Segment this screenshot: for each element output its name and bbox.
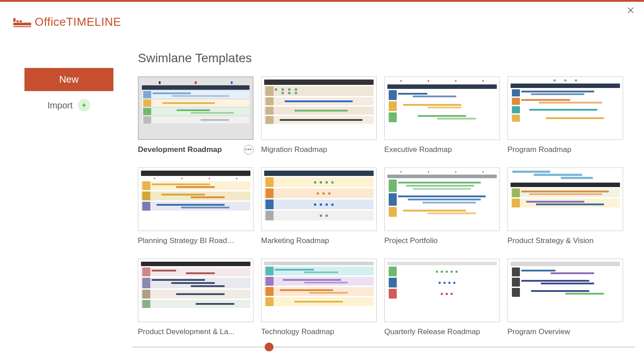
template-label: Product Strategy & Vision bbox=[507, 236, 593, 245]
main-panel: Swimlane Templates Development Roadmap••… bbox=[138, 51, 644, 337]
template-label-row: Program Roadmap••• bbox=[507, 144, 623, 155]
app-logo-icon bbox=[13, 16, 31, 29]
app-logo-text: OfficeTIMELINE bbox=[35, 15, 121, 29]
template-label: Technology Roadmap bbox=[261, 327, 334, 336]
template-card[interactable]: Program Roadmap••• bbox=[507, 76, 623, 155]
close-icon bbox=[628, 7, 634, 15]
template-card[interactable]: ▼▼▼▼ Project Portfolio••• bbox=[384, 168, 500, 246]
template-label-row: Migration Roadmap••• bbox=[261, 144, 377, 155]
template-card[interactable]: Program Overview••• bbox=[507, 259, 623, 337]
template-label: Migration Roadmap bbox=[261, 145, 327, 154]
template-card[interactable]: ▼▼▼▼ Executive Roadmap••• bbox=[384, 76, 500, 155]
template-card[interactable]: Migration Roadmap••• bbox=[261, 76, 377, 155]
template-label: Planning Strategy BI Roadm... bbox=[138, 236, 238, 245]
template-label-row: Technology Roadmap••• bbox=[261, 327, 377, 337]
new-button[interactable]: New bbox=[24, 68, 113, 91]
template-thumbnail bbox=[507, 259, 623, 322]
svg-rect-4 bbox=[16, 20, 19, 22]
template-label-row: Marketing Roadmap••• bbox=[261, 235, 377, 246]
page-title: Swimlane Templates bbox=[138, 51, 635, 65]
template-thumbnail: ▼▼▼▼ bbox=[384, 168, 500, 231]
template-thumbnail bbox=[384, 259, 500, 322]
template-card[interactable]: ▼▼▼▼ Planning Strategy BI Roadm...••• bbox=[138, 168, 254, 246]
close-button[interactable] bbox=[626, 7, 635, 16]
template-label: Program Overview bbox=[507, 327, 570, 336]
template-thumbnail bbox=[261, 259, 377, 322]
more-options-icon[interactable]: ••• bbox=[244, 145, 254, 155]
template-thumbnail bbox=[138, 76, 254, 140]
template-label-row: Product Strategy & Vision••• bbox=[507, 235, 623, 246]
template-card[interactable]: Development Roadmap••• bbox=[138, 76, 254, 155]
sidebar: New Import bbox=[0, 51, 138, 337]
template-thumbnail: ▼▼▼▼ bbox=[384, 76, 500, 140]
template-card[interactable]: Marketing Roadmap••• bbox=[261, 168, 377, 246]
brand-text-right: TIMELINE bbox=[66, 15, 121, 28]
template-thumbnail bbox=[261, 168, 377, 231]
template-card[interactable]: Technology Roadmap••• bbox=[261, 259, 377, 337]
template-thumbnail bbox=[261, 76, 377, 140]
lightning-icon bbox=[78, 99, 90, 112]
template-card[interactable]: Product Strategy & Vision••• bbox=[507, 168, 623, 246]
svg-rect-5 bbox=[20, 20, 22, 22]
template-label-row: Program Overview••• bbox=[507, 327, 623, 337]
template-label-row: Executive Roadmap••• bbox=[384, 144, 500, 155]
template-label: Program Roadmap bbox=[507, 145, 572, 154]
brand-text-left: Office bbox=[35, 15, 66, 28]
horizontal-scrollbar[interactable] bbox=[132, 346, 635, 348]
template-label-row: Development Roadmap••• bbox=[138, 144, 254, 155]
template-label-row: Quarterly Release Roadmap••• bbox=[384, 327, 500, 337]
template-thumbnail bbox=[138, 259, 254, 322]
template-label-row: Product Development & La...••• bbox=[138, 327, 254, 337]
import-button[interactable]: Import bbox=[48, 99, 91, 112]
template-grid: Development Roadmap••• Migration Roadmap… bbox=[138, 76, 635, 337]
template-label: Marketing Roadmap bbox=[261, 236, 329, 245]
template-card[interactable]: Quarterly Release Roadmap••• bbox=[384, 259, 500, 337]
template-label: Quarterly Release Roadmap bbox=[384, 327, 480, 336]
template-label: Development Roadmap bbox=[138, 145, 222, 154]
template-thumbnail bbox=[507, 168, 623, 231]
template-label: Executive Roadmap bbox=[384, 145, 452, 154]
template-thumbnail bbox=[507, 76, 623, 140]
template-label: Product Development & La... bbox=[138, 327, 234, 336]
template-thumbnail: ▼▼▼▼ bbox=[138, 168, 254, 231]
template-label-row: Project Portfolio••• bbox=[384, 235, 500, 246]
template-card[interactable]: Product Development & La...••• bbox=[138, 259, 254, 337]
template-label-row: Planning Strategy BI Roadm...••• bbox=[138, 235, 254, 246]
import-label: Import bbox=[48, 100, 73, 111]
svg-rect-3 bbox=[13, 23, 31, 25]
scroll-thumb[interactable] bbox=[265, 343, 274, 351]
app-header: OfficeTIMELINE bbox=[0, 2, 644, 29]
svg-rect-2 bbox=[13, 18, 16, 22]
template-label: Project Portfolio bbox=[384, 236, 438, 245]
svg-rect-6 bbox=[13, 26, 31, 27]
